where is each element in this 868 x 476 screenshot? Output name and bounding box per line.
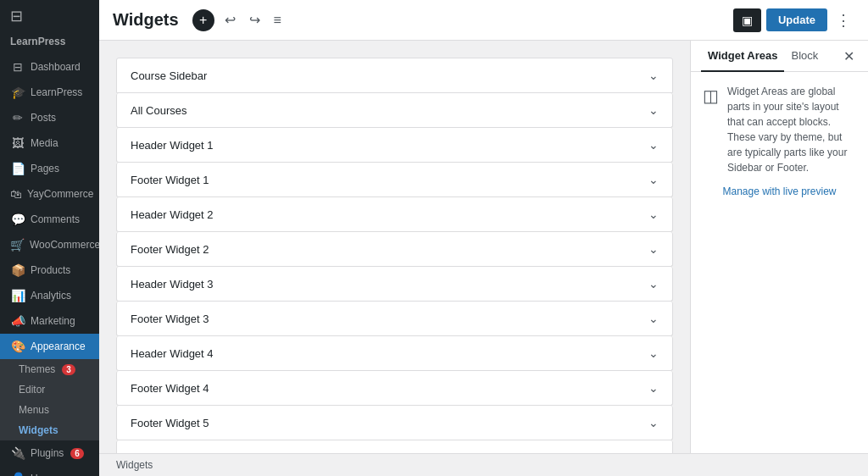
sidebar-item-themes[interactable]: Themes 3: [0, 359, 99, 379]
sidebar-item-users[interactable]: 👤 Users: [0, 466, 99, 476]
chevron-down-icon: ⌄: [648, 312, 659, 325]
plugins-icon: 🔌: [10, 446, 25, 460]
dashboard-icon: ⊟: [10, 60, 25, 74]
sidebar-item-comments[interactable]: 💬 Comments: [0, 207, 99, 232]
content-area: Course Sidebar⌄All Courses⌄Header Widget…: [99, 41, 868, 453]
breadcrumb-text: Widgets: [116, 459, 153, 471]
chevron-down-icon: ⌄: [648, 381, 659, 395]
sidebar-item-learnpress[interactable]: 🎓 LearnPress: [0, 80, 99, 105]
widget-item[interactable]: Header Widget 4⌄: [116, 336, 673, 371]
sidebar-item-editor[interactable]: Editor: [0, 379, 99, 400]
widget-list-area: Course Sidebar⌄All Courses⌄Header Widget…: [99, 41, 690, 453]
widget-area-icon: ◫: [703, 86, 719, 175]
sidebar-item-widgets[interactable]: Widgets: [0, 420, 99, 440]
tab-block[interactable]: Block: [784, 41, 825, 72]
sidebar-item-analytics[interactable]: 📊 Analytics: [0, 283, 99, 308]
widget-items-group: Course Sidebar⌄All Courses⌄Header Widget…: [116, 58, 673, 453]
chevron-down-icon: ⌄: [648, 242, 659, 256]
update-button[interactable]: Update: [766, 8, 827, 31]
widget-label: Footer Widget 3: [131, 313, 209, 325]
widget-item[interactable]: Footer Widget 5⌄: [116, 406, 673, 440]
editor-label: Editor: [19, 384, 45, 396]
plugins-badge: 6: [70, 448, 84, 459]
learnpress-icon: 🎓: [10, 86, 25, 99]
chevron-down-icon: ⌄: [648, 416, 659, 429]
sidebar-item-label: LearnPress: [31, 86, 82, 98]
analytics-icon: 📊: [10, 289, 25, 302]
widget-item[interactable]: Footer Widget 6⌄: [116, 440, 673, 453]
add-button[interactable]: +: [192, 9, 214, 31]
manage-live-preview-link[interactable]: Manage with live preview: [703, 185, 856, 197]
undo-icon: ↩: [225, 12, 236, 28]
widget-item[interactable]: Footer Widget 4⌄: [116, 371, 673, 406]
panel-content: ◫ Widget Areas are global parts in your …: [691, 72, 868, 453]
sidebar-item-menus[interactable]: Menus: [0, 400, 99, 420]
sidebar-item-products[interactable]: 📦 Products: [0, 257, 99, 283]
topbar: Widgets + ↩ ↪ ≡ ▣ Update ⋮: [99, 0, 868, 41]
more-icon: ⋮: [836, 12, 851, 29]
sidebar-item-label: WooCommerce: [30, 239, 99, 251]
pages-icon: 📄: [10, 162, 25, 175]
sidebar-item-label: Comments: [31, 213, 80, 225]
widget-item[interactable]: Footer Widget 3⌄: [116, 302, 673, 336]
redo-button[interactable]: ↪: [246, 8, 264, 31]
sidebar-item-label: YayCommerce: [27, 188, 93, 200]
sidebar-item-label: Marketing: [31, 315, 75, 327]
widget-item[interactable]: Header Widget 3⌄: [116, 267, 673, 302]
topbar-right: ▣ Update ⋮: [733, 8, 854, 33]
widgets-label: Widgets: [19, 424, 58, 436]
widget-label: Footer Widget 2: [131, 243, 209, 256]
menus-label: Menus: [19, 404, 49, 416]
chevron-down-icon: ⌄: [648, 138, 659, 152]
sidebar-item-dashboard[interactable]: ⊟ Dashboard: [0, 54, 99, 80]
widget-item[interactable]: Header Widget 2⌄: [116, 197, 673, 232]
chevron-down-icon: ⌄: [648, 208, 659, 221]
widget-label: Footer Widget 5: [131, 417, 209, 429]
widget-label: Header Widget 3: [131, 278, 214, 291]
undo-button[interactable]: ↩: [221, 8, 239, 31]
chevron-down-icon: ⌄: [648, 69, 659, 82]
sidebar-item-label: Posts: [31, 112, 56, 124]
panel-close-button[interactable]: ✕: [840, 45, 858, 68]
widget-label: Header Widget 4: [131, 347, 214, 360]
right-panel: Widget Areas Block ✕ ◫ Widget Areas are …: [690, 41, 868, 453]
yaycommerce-icon: 🛍: [10, 187, 22, 201]
sidebar-logo[interactable]: ⊟: [0, 0, 99, 32]
panel-info: ◫ Widget Areas are global parts in your …: [703, 84, 856, 175]
widget-item[interactable]: Header Widget 1⌄: [116, 128, 673, 163]
sidebar-item-label: Users: [31, 473, 57, 476]
view-toggle-button[interactable]: ▣: [733, 8, 761, 32]
widget-label: Header Widget 1: [131, 139, 214, 152]
tab-widget-areas[interactable]: Widget Areas: [701, 41, 784, 72]
view-icon: ▣: [742, 14, 753, 27]
themes-badge: 3: [62, 364, 75, 375]
widget-label: All Courses: [131, 104, 186, 117]
widget-item[interactable]: Footer Widget 2⌄: [116, 232, 673, 267]
sidebar-item-woocommerce[interactable]: 🛒 WooCommerce: [0, 232, 99, 257]
sidebar-item-media[interactable]: 🖼 Media: [0, 130, 99, 156]
sidebar-item-label: Pages: [31, 163, 59, 174]
widget-item[interactable]: Footer Widget 1⌄: [116, 163, 673, 197]
sidebar-item-plugins[interactable]: 🔌 Plugins 6: [0, 440, 99, 466]
sidebar-item-marketing[interactable]: 📣 Marketing: [0, 308, 99, 334]
sidebar: ⊟ LearnPress ⊟ Dashboard 🎓 LearnPress ✏ …: [0, 0, 99, 476]
woocommerce-icon: 🛒: [10, 238, 25, 252]
themes-label: Themes: [19, 363, 55, 375]
sidebar-item-label: Plugins: [31, 447, 64, 459]
widget-item[interactable]: All Courses⌄: [116, 93, 673, 128]
sidebar-item-yaycommerce[interactable]: 🛍 YayCommerce: [0, 181, 99, 207]
users-icon: 👤: [10, 472, 25, 476]
sidebar-item-label: Media: [31, 137, 58, 149]
marketing-icon: 📣: [10, 314, 25, 328]
sidebar-item-pages[interactable]: 📄 Pages: [0, 156, 99, 181]
sidebar-item-posts[interactable]: ✏ Posts: [0, 105, 99, 130]
footer-breadcrumb: Widgets: [99, 453, 868, 476]
sidebar-item-appearance[interactable]: 🎨 Appearance: [0, 334, 99, 359]
chevron-down-icon: ⌄: [648, 346, 659, 360]
more-options-button[interactable]: ⋮: [832, 8, 854, 33]
sidebar-item-label: Products: [31, 264, 70, 276]
list-view-button[interactable]: ≡: [270, 9, 285, 31]
widget-item[interactable]: Course Sidebar⌄: [116, 58, 673, 93]
sidebar-item-label: Dashboard: [31, 61, 81, 73]
panel-tabs: Widget Areas Block ✕: [691, 41, 868, 72]
